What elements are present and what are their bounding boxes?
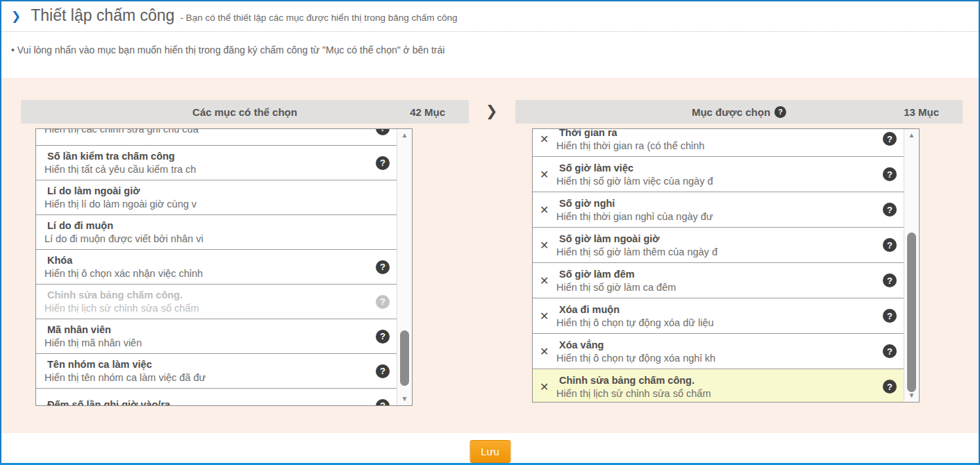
help-icon[interactable]: ? bbox=[883, 238, 897, 252]
item-description: Hiển thị tên nhóm ca làm việc đã đư bbox=[44, 372, 370, 383]
list-item[interactable]: Tên nhóm ca làm việcHiển thị tên nhóm ca… bbox=[36, 354, 397, 389]
help-icon[interactable]: ? bbox=[376, 129, 390, 135]
selected-panel-title-text: Mục được chọn bbox=[692, 106, 770, 118]
item-title: Khóa bbox=[47, 255, 370, 266]
header-separator bbox=[1, 31, 979, 32]
item-text: Đếm số lần ghi giờ vào/ra bbox=[44, 399, 370, 405]
help-icon[interactable]: ? bbox=[376, 364, 390, 378]
help-icon[interactable]: ? bbox=[376, 156, 390, 170]
available-panel-title: Các mục có thể chọn bbox=[21, 100, 469, 124]
help-icon[interactable]: ? bbox=[883, 309, 897, 323]
available-panel-count: 42 Mục bbox=[410, 100, 445, 124]
item-title: Thời gian ra bbox=[559, 129, 877, 138]
item-description: Hiển thị mã nhân viên bbox=[44, 337, 370, 348]
selected-items-viewport: ✕Thời gian raHiển thị thời gian ra (có t… bbox=[533, 129, 904, 402]
item-text: Số giờ làm đêmHiển thị số giờ làm ca đêm bbox=[556, 269, 877, 293]
help-icon[interactable]: ? bbox=[376, 295, 390, 309]
item-title: Tên nhóm ca làm việc bbox=[47, 359, 370, 370]
list-item[interactable]: ✕Số giờ làm việcHiển thị số giờ làm việc… bbox=[533, 157, 904, 192]
list-item[interactable]: Hiển thị các chỉnh sửa ghi chú của? bbox=[36, 129, 397, 146]
list-item[interactable]: ✕Số giờ làm ngoài giờHiển thị số giờ làm… bbox=[533, 228, 904, 263]
item-text: Thời gian raHiển thị thời gian ra (có th… bbox=[556, 129, 877, 151]
item-description: Hiển thị lịch sử chỉnh sửa sổ chấm bbox=[556, 388, 877, 399]
item-text: Hiển thị các chỉnh sửa ghi chú của bbox=[44, 129, 370, 135]
selected-list-scrollbar[interactable]: ▲ ▼ bbox=[904, 129, 919, 402]
list-item[interactable]: Chỉnh sửa bảng chấm công.Hiển thị lịch s… bbox=[36, 285, 397, 319]
item-title: Số giờ làm việc bbox=[559, 162, 877, 174]
page-title: Thiết lập chấm công bbox=[31, 6, 174, 25]
item-text: Số giờ làm ngoài giờHiển thị số giờ làm … bbox=[556, 233, 877, 257]
selected-panel-count: 13 Mục bbox=[904, 100, 939, 124]
help-icon[interactable]: ? bbox=[883, 203, 897, 217]
item-text: Lí do làm ngoài giờHiển thị lí do làm ng… bbox=[44, 185, 397, 210]
scroll-up-icon[interactable]: ▲ bbox=[904, 130, 919, 141]
list-item[interactable]: ✕Thời gian raHiển thị thời gian ra (có t… bbox=[533, 129, 904, 157]
item-title: Lí do đi muộn bbox=[47, 220, 397, 231]
list-item[interactable]: ✕Số giờ nghỉHiển thị thời gian nghỉ của … bbox=[533, 192, 904, 228]
list-item[interactable]: ✕Xóa vắngHiển thị ô chọn tự động xóa ngh… bbox=[533, 334, 904, 369]
item-title: Chỉnh sửa bảng chấm công. bbox=[559, 375, 877, 386]
list-item[interactable]: Mã nhân viênHiển thị mã nhân viên? bbox=[36, 319, 397, 354]
attendance-settings-window: ❯ Thiết lập chấm công - Bạn có thể thiết… bbox=[0, 0, 980, 465]
item-title: Số giờ nghỉ bbox=[559, 198, 877, 209]
help-icon[interactable]: ? bbox=[883, 167, 897, 181]
scroll-up-icon[interactable]: ▲ bbox=[397, 130, 412, 141]
scroll-down-icon[interactable]: ▼ bbox=[904, 390, 919, 401]
item-title: Đếm số lần ghi giờ vào/ra bbox=[47, 399, 370, 405]
help-icon[interactable]: ? bbox=[376, 260, 390, 274]
item-text: Mã nhân viênHiển thị mã nhân viên bbox=[44, 324, 370, 348]
scrollbar-thumb[interactable] bbox=[907, 232, 916, 392]
help-icon[interactable]: ? bbox=[883, 380, 897, 394]
list-item[interactable]: Số lần kiểm tra chấm côngHiển thị tất cả… bbox=[36, 146, 397, 180]
scrollbar-thumb[interactable] bbox=[400, 330, 409, 386]
item-description: Hiển thị thời gian ra (có thể chỉnh bbox=[556, 140, 877, 151]
item-text: Lí do đi muộnLí do đi muộn được viết bởi… bbox=[44, 220, 397, 244]
remove-icon[interactable]: ✕ bbox=[540, 239, 556, 252]
item-title: Số lần kiểm tra chấm công bbox=[47, 151, 370, 162]
selected-items-list: ✕Thời gian raHiển thị thời gian ra (có t… bbox=[532, 128, 920, 403]
help-icon[interactable]: ? bbox=[883, 344, 897, 358]
item-title: Số giờ làm đêm bbox=[559, 269, 877, 280]
list-item[interactable]: Lí do đi muộnLí do đi muộn được viết bởi… bbox=[36, 215, 397, 250]
instruction-text: • Vui lòng nhấn vào mục bạn muốn hiển th… bbox=[11, 44, 445, 56]
header-chevron-icon: ❯ bbox=[11, 9, 21, 24]
item-description: Hiển thị lí do làm ngoài giờ cùng v bbox=[44, 198, 397, 210]
list-item[interactable]: ✕Chỉnh sửa bảng chấm công.Hiển thị lịch … bbox=[533, 369, 904, 402]
available-items-list: Hiển thị các chỉnh sửa ghi chú của?Số lầ… bbox=[35, 128, 413, 406]
item-text: KhóaHiển thị ô chọn xác nhận việc chỉnh bbox=[44, 255, 370, 279]
item-description: Hiển thị ô chọn xác nhận việc chỉnh bbox=[44, 268, 370, 279]
item-title: Xóa vắng bbox=[559, 339, 877, 350]
list-item[interactable]: Đếm số lần ghi giờ vào/ra? bbox=[36, 389, 397, 405]
available-list-scrollbar[interactable]: ▲ ▼ bbox=[397, 129, 412, 405]
list-item[interactable]: Lí do làm ngoài giờHiển thị lí do làm ng… bbox=[36, 180, 397, 215]
scroll-down-icon[interactable]: ▼ bbox=[397, 394, 412, 405]
remove-icon[interactable]: ✕ bbox=[540, 133, 556, 146]
transfer-chevron-icon: ❯ bbox=[485, 103, 498, 119]
remove-icon[interactable]: ✕ bbox=[540, 310, 556, 323]
help-icon[interactable]: ? bbox=[883, 273, 897, 287]
remove-icon[interactable]: ✕ bbox=[540, 380, 556, 394]
item-description: Hiển thị số giờ làm thêm của ngày đ bbox=[556, 246, 877, 257]
list-item[interactable]: ✕Xóa đi muộnHiển thị ô chọn tự động xóa … bbox=[533, 298, 904, 334]
available-panel-header: Các mục có thể chọn 42 Mục bbox=[21, 100, 469, 124]
help-icon[interactable]: ? bbox=[883, 132, 897, 146]
remove-icon[interactable]: ✕ bbox=[540, 274, 556, 287]
available-items-viewport: Hiển thị các chỉnh sửa ghi chú của?Số lầ… bbox=[36, 129, 397, 405]
item-description: Hiển thị số giờ làm việc của ngày đ bbox=[556, 176, 877, 187]
remove-icon[interactable]: ✕ bbox=[540, 168, 556, 181]
item-text: Số lần kiểm tra chấm côngHiển thị tất cả… bbox=[44, 151, 370, 175]
item-text: Chỉnh sửa bảng chấm công.Hiển thị lịch s… bbox=[44, 289, 370, 314]
save-button[interactable]: Lưu bbox=[470, 440, 510, 463]
help-icon[interactable]: ? bbox=[376, 330, 390, 344]
item-description: Hiển thị thời gian nghỉ của ngày đư bbox=[556, 211, 877, 222]
list-item[interactable]: KhóaHiển thị ô chọn xác nhận việc chỉnh? bbox=[36, 250, 397, 285]
item-description: Hiển thị ô chọn tự động xóa dữ liệu bbox=[556, 317, 877, 328]
help-icon[interactable]: ? bbox=[774, 106, 786, 118]
item-description: Hiển thị tất cả yêu cầu kiểm tra ch bbox=[44, 164, 370, 175]
item-text: Số giờ làm việcHiển thị số giờ làm việc … bbox=[556, 162, 877, 187]
help-icon[interactable]: ? bbox=[376, 399, 390, 406]
remove-icon[interactable]: ✕ bbox=[540, 203, 556, 217]
remove-icon[interactable]: ✕ bbox=[540, 345, 556, 358]
settings-section: Các mục có thể chọn 42 Mục ❯ Mục được ch… bbox=[1, 78, 979, 433]
list-item[interactable]: ✕Số giờ làm đêmHiển thị số giờ làm ca đê… bbox=[533, 263, 904, 298]
